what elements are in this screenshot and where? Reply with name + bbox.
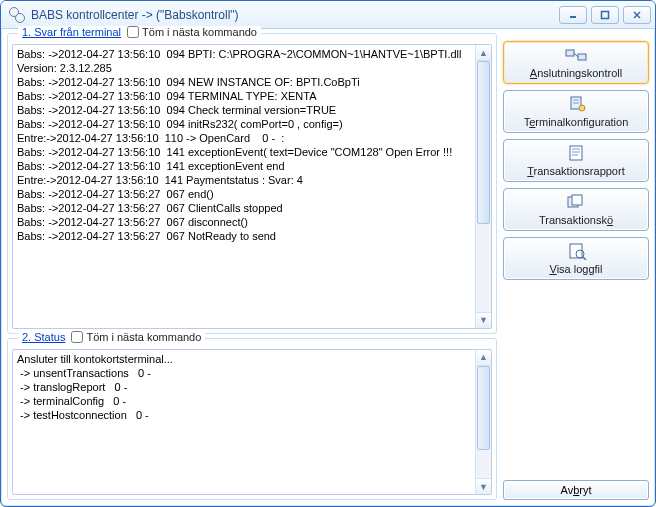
connection-icon <box>564 45 588 65</box>
scroll-thumb[interactable] <box>477 366 490 450</box>
titlebar[interactable]: BABS kontrollcenter -> ("Babskontroll") <box>1 1 655 29</box>
main-window: BABS kontrollcenter -> ("Babskontroll") … <box>0 0 656 507</box>
panel2-legend-link[interactable]: 2. Status <box>22 331 65 343</box>
window-title: BABS kontrollcenter -> ("Babskontroll") <box>31 8 559 22</box>
svg-point-9 <box>579 105 585 111</box>
minimize-button[interactable] <box>559 6 587 24</box>
report-icon <box>564 143 588 163</box>
svg-rect-15 <box>572 195 582 205</box>
bottom-buttons-column: Avbryt <box>503 338 649 500</box>
status-log-scrollbar[interactable]: ▲ ▼ <box>475 350 491 494</box>
svg-rect-5 <box>578 54 586 60</box>
panel2-clear-checkbox[interactable] <box>71 331 83 343</box>
panel1-clear-checkbox[interactable] <box>127 26 139 38</box>
scroll-up-icon[interactable]: ▲ <box>476 45 491 61</box>
panel2-checkbox-text: Töm i nästa kommando <box>86 331 201 343</box>
scroll-track[interactable] <box>476 366 491 478</box>
svg-rect-1 <box>602 11 609 18</box>
status-log-pane[interactable]: Ansluter till kontokortsterminal... -> u… <box>12 349 492 495</box>
terminal-config-button[interactable]: Terminalkonfiguration <box>503 90 649 133</box>
terminal-log-text: Babs: ->2012-04-27 13:56:10 094 BPTI: C:… <box>17 47 489 243</box>
top-row: 1. Svar från terminal Töm i nästa komman… <box>7 33 649 334</box>
config-icon <box>564 94 588 114</box>
panel1-checkbox-text: Töm i nästa kommando <box>142 26 257 38</box>
queue-icon <box>564 192 588 212</box>
scroll-down-icon[interactable]: ▼ <box>476 478 491 494</box>
scroll-thumb[interactable] <box>477 61 490 224</box>
transaction-report-button[interactable]: Transaktionsrapport <box>503 139 649 182</box>
scroll-up-icon[interactable]: ▲ <box>476 350 491 366</box>
terminal-log-scrollbar[interactable]: ▲ ▼ <box>475 45 491 328</box>
logfile-icon <box>564 241 588 261</box>
scroll-track[interactable] <box>476 61 491 312</box>
window-buttons <box>559 6 651 24</box>
close-button[interactable] <box>623 6 651 24</box>
client-area: 1. Svar från terminal Töm i nästa komman… <box>1 29 655 506</box>
bottom-row: 2. Status Töm i nästa kommando Ansluter … <box>7 338 649 500</box>
panel1-legend-link[interactable]: 1. Svar från terminal <box>22 26 121 38</box>
status-log-text: Ansluter till kontokortsterminal... -> u… <box>17 352 489 422</box>
terminal-log-pane[interactable]: Babs: ->2012-04-27 13:56:10 094 BPTI: C:… <box>12 44 492 329</box>
connection-check-button[interactable]: Anslutningskontroll <box>503 41 649 84</box>
svg-rect-4 <box>566 50 574 56</box>
status-group: 2. Status Töm i nästa kommando Ansluter … <box>7 338 497 500</box>
terminal-response-group: 1. Svar från terminal Töm i nästa komman… <box>7 33 497 334</box>
cancel-button[interactable]: Avbryt <box>503 480 649 500</box>
show-logfile-button[interactable]: Visa loggfil <box>503 237 649 280</box>
app-icon <box>9 7 25 23</box>
svg-line-18 <box>583 257 586 260</box>
panel1-clear-checkbox-label[interactable]: Töm i nästa kommando <box>127 26 257 38</box>
transaction-queue-button[interactable]: Transaktionskö <box>503 188 649 231</box>
svg-rect-10 <box>570 146 582 160</box>
action-buttons-column: Anslutningskontroll Terminalkonfiguratio… <box>503 33 649 334</box>
maximize-button[interactable] <box>591 6 619 24</box>
panel2-clear-checkbox-label[interactable]: Töm i nästa kommando <box>71 331 201 343</box>
scroll-down-icon[interactable]: ▼ <box>476 312 491 328</box>
